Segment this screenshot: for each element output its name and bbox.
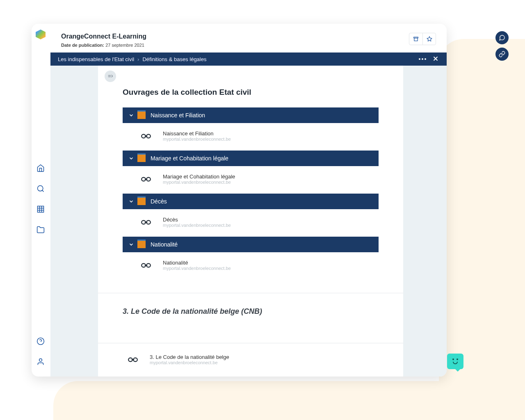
header-actions — [409, 33, 436, 45]
main-card: OrangeConnect E-Learning Date de publica… — [32, 24, 447, 377]
cnb-link-row: 3. Le Code de la nationalité belge mypor… — [98, 343, 403, 377]
link-icon — [139, 175, 153, 183]
accordion-item: Nationalité Nationalité myportal.vandenb… — [123, 237, 379, 280]
accordion-item: Décès Décès myportal.vandenbroeleconnect… — [123, 194, 379, 237]
breadcrumb-item[interactable]: Définitions & bases légales — [142, 56, 206, 62]
svg-rect-1 — [414, 38, 418, 41]
chevron-down-icon — [128, 112, 134, 118]
link-icon — [139, 132, 153, 140]
breadcrumb-item[interactable]: Les indispensables de l'Etat civil — [58, 56, 134, 62]
comment-bubble-button[interactable] — [495, 31, 509, 44]
folder-icon — [137, 155, 146, 162]
section-title: Ouvrages de la collection Etat civil — [98, 66, 403, 107]
accordion-body: Nationalité myportal.vandenbroeleconnect… — [123, 252, 379, 280]
background-decoration — [53, 381, 492, 420]
content-area: Ouvrages de la collection Etat civil Nai… — [50, 66, 447, 377]
accordion-header[interactable]: Mariage et Cohabitation légale — [123, 151, 379, 166]
link-item[interactable]: Nationalité myportal.vandenbroeleconnect… — [163, 260, 231, 271]
breadcrumb-bar: Les indispensables de l'Etat civil › Déf… — [50, 52, 447, 66]
chevron-down-icon — [128, 155, 134, 161]
sidebar-item-search[interactable] — [35, 183, 46, 194]
sidebar-item-grid[interactable] — [35, 203, 46, 215]
link-item[interactable]: 3. Le Code de la nationalité belge mypor… — [150, 354, 229, 365]
sidebar-item-folder[interactable] — [35, 224, 46, 235]
accordion-item: Mariage et Cohabitation légale Mariage e… — [123, 151, 379, 194]
accordion: Naissance et Filiation Naissance et Fili… — [123, 107, 379, 280]
chevron-down-icon — [128, 242, 134, 247]
accordion-header[interactable]: Nationalité — [123, 237, 379, 252]
header: OrangeConnect E-Learning Date de publica… — [50, 24, 447, 52]
accordion-label: Décès — [151, 198, 167, 205]
link-item[interactable]: Décès myportal.vandenbroeleconnect.be — [163, 217, 231, 228]
svg-line-18 — [42, 190, 44, 192]
sidebar-item-help[interactable] — [35, 336, 46, 347]
page-title: OrangeConnect E-Learning — [61, 33, 146, 40]
logo-icon[interactable] — [36, 30, 46, 39]
sidebar — [32, 24, 50, 377]
content-panel: Ouvrages de la collection Etat civil Nai… — [98, 66, 403, 377]
accordion-item: Naissance et Filiation Naissance et Fili… — [123, 107, 379, 151]
link-item[interactable]: Naissance et Filiation myportal.vandenbr… — [163, 130, 231, 142]
accordion-body: Naissance et Filiation myportal.vandenbr… — [123, 123, 379, 151]
favorite-button[interactable] — [422, 33, 436, 45]
folder-icon — [137, 112, 146, 119]
accordion-body: Décès myportal.vandenbroeleconnect.be — [123, 209, 379, 237]
link-icon — [139, 261, 153, 269]
svg-point-17 — [38, 186, 43, 191]
breadcrumb-separator: › — [137, 56, 139, 62]
sidebar-item-profile[interactable] — [35, 356, 46, 368]
chat-face-icon — [447, 358, 463, 360]
accordion-label: Nationalité — [151, 241, 178, 248]
folder-icon — [137, 241, 146, 248]
accordion-header[interactable]: Naissance et Filiation — [123, 107, 379, 123]
publication-date: Date de publication: 27 septembre 2021 — [61, 43, 146, 48]
more-options-button[interactable] — [419, 58, 426, 60]
link-icon — [126, 356, 140, 364]
link-item[interactable]: Mariage et Cohabitation légale myportal.… — [163, 173, 235, 185]
accordion-label: Mariage et Cohabitation légale — [151, 155, 228, 162]
link-bubble-button[interactable] — [495, 48, 509, 61]
svg-point-24 — [37, 338, 44, 345]
accordion-header[interactable]: Décès — [123, 194, 379, 209]
sidebar-item-home[interactable] — [35, 162, 46, 174]
accordion-body: Mariage et Cohabitation légale myportal.… — [123, 166, 379, 194]
close-button[interactable] — [432, 55, 439, 64]
svg-rect-19 — [38, 206, 44, 212]
svg-point-26 — [39, 359, 42, 362]
accordion-label: Naissance et Filiation — [151, 112, 205, 119]
chevron-down-icon — [128, 199, 134, 204]
svg-marker-2 — [427, 37, 432, 41]
chat-widget-button[interactable] — [447, 354, 463, 369]
cnb-section-title: 3. Le Code de la nationalité belge (CNB) — [98, 293, 403, 330]
folder-icon — [137, 198, 146, 205]
link-icon — [139, 218, 153, 226]
archive-button[interactable] — [409, 33, 422, 45]
toggle-sidebar-button[interactable] — [105, 71, 116, 82]
